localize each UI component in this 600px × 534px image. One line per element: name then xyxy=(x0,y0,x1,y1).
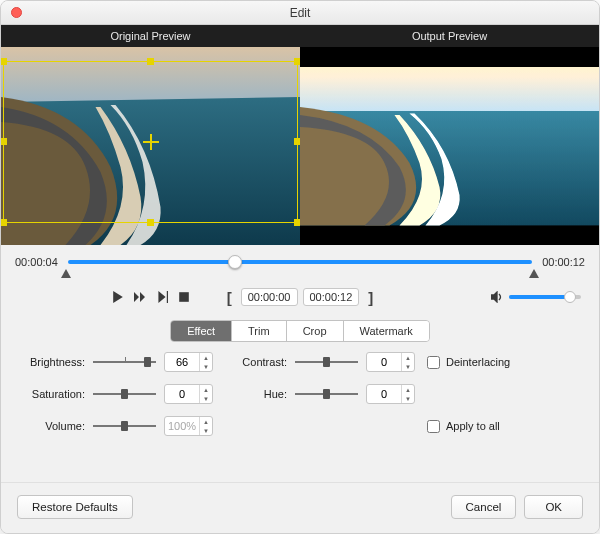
tab-trim[interactable]: Trim xyxy=(232,321,287,341)
restore-defaults-button[interactable]: Restore Defaults xyxy=(17,495,133,519)
titlebar: Edit xyxy=(1,1,599,25)
apply-all-label: Apply to all xyxy=(446,420,500,432)
output-preview-label: Output Preview xyxy=(300,25,599,47)
effect-panel: Brightness: ▲▼ Contrast: ▲▼ Deinterlacin… xyxy=(1,352,599,436)
brightness-row: Brightness: ▲▼ xyxy=(23,352,213,372)
deinterlacing-label: Deinterlacing xyxy=(446,356,510,368)
svg-rect-3 xyxy=(300,225,599,245)
hue-row: Hue: ▲▼ xyxy=(225,384,415,404)
set-start-button[interactable]: [ xyxy=(223,289,236,306)
tab-crop[interactable]: Crop xyxy=(287,321,344,341)
tab-effect[interactable]: Effect xyxy=(171,321,232,341)
speaker-icon[interactable] xyxy=(490,291,503,304)
saturation-label: Saturation: xyxy=(23,388,85,400)
deinterlacing-checkbox[interactable] xyxy=(427,356,440,369)
range-end[interactable]: 00:00:12 xyxy=(303,288,360,306)
svg-rect-6 xyxy=(179,292,189,302)
volume-slider[interactable] xyxy=(509,291,581,303)
output-preview xyxy=(300,47,599,245)
svg-rect-4 xyxy=(300,67,599,111)
contrast-stepper[interactable]: ▲▼ xyxy=(366,352,415,372)
range-start[interactable]: 00:00:00 xyxy=(241,288,298,306)
brightness-stepper[interactable]: ▲▼ xyxy=(164,352,213,372)
contrast-slider[interactable] xyxy=(295,354,358,370)
hue-label: Hue: xyxy=(225,388,287,400)
next-frame-button[interactable] xyxy=(155,291,168,304)
preview-header: Original Preview Output Preview xyxy=(1,25,599,47)
cancel-button[interactable]: Cancel xyxy=(451,495,517,519)
contrast-label: Contrast: xyxy=(225,356,287,368)
trim-start-marker[interactable] xyxy=(61,269,71,278)
timeline-playhead[interactable] xyxy=(228,255,242,269)
brightness-label: Brightness: xyxy=(23,356,85,368)
ok-button[interactable]: OK xyxy=(524,495,583,519)
edit-window: Edit Original Preview Output Preview xyxy=(0,0,600,534)
time-total: 00:00:12 xyxy=(542,256,585,268)
hue-slider[interactable] xyxy=(295,386,358,402)
brightness-slider[interactable] xyxy=(93,354,156,370)
svg-rect-2 xyxy=(300,47,599,67)
apply-all-checkbox[interactable] xyxy=(427,420,440,433)
deinterlacing-row: Deinterlacing xyxy=(427,352,577,372)
window-title: Edit xyxy=(1,6,599,20)
trim-end-marker[interactable] xyxy=(529,269,539,278)
original-preview-label: Original Preview xyxy=(1,25,300,47)
close-icon[interactable] xyxy=(11,7,22,18)
volume-label: Volume: xyxy=(23,420,85,432)
transport: [ 00:00:00 00:00:12 ] xyxy=(1,284,599,316)
timeline-track[interactable] xyxy=(68,255,532,269)
stop-button[interactable] xyxy=(177,291,190,304)
play-button[interactable] xyxy=(111,291,124,304)
hue-stepper[interactable]: ▲▼ xyxy=(366,384,415,404)
saturation-stepper[interactable]: ▲▼ xyxy=(164,384,213,404)
apply-all-row: Apply to all xyxy=(427,416,577,436)
fast-forward-button[interactable] xyxy=(133,291,146,304)
effect-volume-slider[interactable] xyxy=(93,418,156,434)
time-current: 00:00:04 xyxy=(15,256,58,268)
timeline: 00:00:04 00:00:12 xyxy=(1,245,599,269)
original-preview[interactable] xyxy=(1,47,300,245)
volume-row: Volume: ▲▼ xyxy=(23,416,213,436)
preview-area xyxy=(1,47,599,245)
set-end-button[interactable]: ] xyxy=(364,289,377,306)
saturation-slider[interactable] xyxy=(93,386,156,402)
dialog-footer: Restore Defaults Cancel OK xyxy=(1,482,599,533)
contrast-row: Contrast: ▲▼ xyxy=(225,352,415,372)
svg-rect-0 xyxy=(1,47,300,102)
effect-tabs: Effect Trim Crop Watermark xyxy=(170,320,430,342)
saturation-row: Saturation: ▲▼ xyxy=(23,384,213,404)
effect-volume-stepper[interactable]: ▲▼ xyxy=(164,416,213,436)
tab-watermark[interactable]: Watermark xyxy=(344,321,429,341)
